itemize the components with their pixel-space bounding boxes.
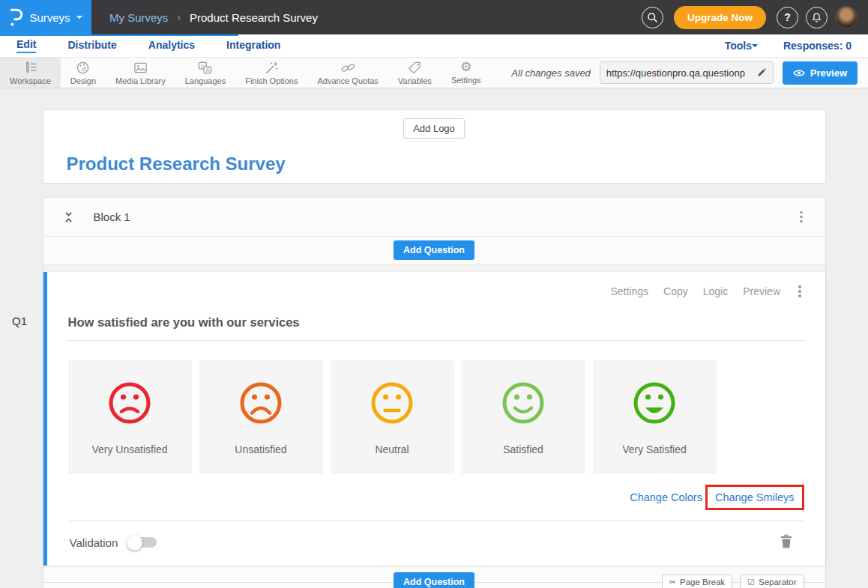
upgrade-now-button[interactable]: Upgrade Now: [674, 6, 766, 29]
survey-title[interactable]: Product Research Survey: [67, 154, 286, 175]
dot: [800, 216, 803, 219]
search-button[interactable]: [642, 7, 663, 28]
question-preview-link[interactable]: Preview: [743, 285, 780, 297]
editor-canvas: Add Logo Product Research Survey Block 1…: [43, 88, 826, 588]
toolbar-label: Media Library: [115, 76, 166, 85]
option-label: Very Unsatisfied: [91, 443, 167, 455]
option-unsatisfied[interactable]: Unsatisfied: [199, 360, 323, 474]
notifications-button[interactable]: [806, 7, 828, 28]
chevron-down-icon: [752, 44, 758, 50]
toolbar-item-settings[interactable]: ⚙ Settings: [441, 58, 491, 88]
option-label: Satisfied: [503, 443, 543, 455]
preview-button[interactable]: Preview: [783, 61, 858, 85]
dot: [798, 290, 801, 293]
editor-toolbar: Workspace Design Media Library x A Langu…: [0, 57, 868, 88]
toolbar-item-media-library[interactable]: Media Library: [106, 58, 175, 88]
dot: [800, 211, 803, 214]
highlight-box: Change Smileys: [705, 485, 804, 510]
palette-icon: [75, 61, 91, 75]
option-neutral[interactable]: Neutral: [331, 360, 454, 474]
change-smileys-link[interactable]: Change Smileys: [715, 491, 795, 503]
change-links-row: Change Colors Change Smileys: [68, 485, 804, 510]
change-colors-link[interactable]: Change Colors: [630, 491, 702, 503]
tab-integration[interactable]: Integration: [226, 39, 280, 52]
validation-toggle[interactable]: [128, 537, 157, 548]
chevron-down-icon: [76, 16, 82, 22]
add-question-button-bottom[interactable]: Add Question: [394, 572, 474, 588]
header-actions: Upgrade Now ?: [642, 6, 868, 29]
dot: [798, 294, 801, 297]
block-header: Block 1: [43, 198, 825, 237]
svg-text:A: A: [206, 66, 210, 73]
block-title[interactable]: Block 1: [94, 210, 130, 223]
block-card: Block 1 Add Question Settings Copy Logic…: [43, 197, 826, 588]
separator-button[interactable]: ☑ Separator: [740, 575, 804, 588]
survey-nav-row: Edit Distribute Analytics Integration To…: [0, 34, 868, 57]
option-very-satisfied[interactable]: Very Satisfied: [593, 360, 717, 474]
toolbar-item-advance-quotas[interactable]: Advance Quotas: [307, 58, 388, 88]
validation-row: Validation: [68, 521, 804, 566]
breadcrumb-current-survey: Product Research Survey: [190, 11, 318, 24]
collapse-icon: [63, 210, 74, 225]
collapse-block-button[interactable]: [63, 210, 74, 225]
trash-icon: [780, 534, 792, 548]
question-text[interactable]: How satisfied are you with our services: [68, 315, 804, 330]
breadcrumb: My Surveys › Product Research Survey: [109, 11, 318, 24]
bell-icon: [811, 12, 822, 23]
responses-count[interactable]: Responses: 0: [783, 40, 852, 52]
question-number-label: Q1: [12, 315, 27, 327]
option-satisfied[interactable]: Satisfied: [462, 360, 585, 474]
question-logic-link[interactable]: Logic: [703, 285, 728, 297]
nav-right: Tools Responses: 0: [725, 40, 852, 52]
progress-line: [0, 34, 238, 36]
toolbar-label: Variables: [398, 76, 432, 85]
dot: [800, 220, 803, 223]
toolbar-item-languages[interactable]: x A Languages: [175, 58, 235, 88]
question-card: Settings Copy Logic Preview How satisfie…: [43, 272, 825, 566]
option-very-unsatisfied[interactable]: Very Unsatisfied: [68, 360, 192, 474]
option-label: Very Satisfied: [622, 443, 687, 455]
page-break-button[interactable]: ✂ Page Break: [662, 575, 732, 588]
smiley-grin-icon: [630, 379, 678, 427]
gear-icon: ⚙: [460, 61, 471, 74]
validation-label: Validation: [70, 536, 118, 549]
survey-header-card: Add Logo Product Research Survey: [43, 109, 826, 184]
user-avatar[interactable]: [835, 6, 858, 28]
toolbar-item-variables[interactable]: Variables: [388, 58, 441, 88]
toolbar-item-design[interactable]: Design: [61, 58, 106, 88]
tools-menu[interactable]: Tools: [725, 40, 758, 52]
toolbar-item-finish-options[interactable]: Finish Options: [235, 58, 307, 88]
tab-edit[interactable]: Edit: [16, 38, 36, 53]
search-icon: [647, 12, 658, 23]
toggle-knob: [127, 535, 142, 551]
help-button[interactable]: ?: [777, 7, 798, 28]
question-copy-link[interactable]: Copy: [663, 285, 688, 297]
breadcrumb-separator: ›: [177, 11, 181, 23]
smiley-options-row: Very Unsatisfied Unsatisfied: [68, 360, 804, 474]
option-label: Neutral: [375, 443, 409, 455]
tab-analytics[interactable]: Analytics: [148, 39, 195, 52]
brand-logo-button[interactable]: Surveys: [0, 0, 91, 34]
top-header: Surveys My Surveys › Product Research Su…: [0, 0, 868, 34]
add-logo-button[interactable]: Add Logo: [403, 118, 465, 139]
toolbar-item-workspace[interactable]: Workspace: [0, 58, 61, 88]
toolbar-label: Languages: [185, 76, 226, 85]
block-options-menu[interactable]: [797, 208, 806, 226]
delete-question-button[interactable]: [780, 534, 792, 551]
survey-url-input[interactable]: [606, 67, 756, 79]
add-question-strip-bottom: Add Question ✂ Page Break ☑ Separator: [43, 566, 825, 588]
tab-distribute[interactable]: Distribute: [67, 39, 116, 52]
image-icon: [133, 61, 148, 75]
question-settings-link[interactable]: Settings: [610, 285, 648, 297]
survey-url-box: [600, 61, 774, 84]
question-options-menu[interactable]: [795, 282, 804, 300]
smiley-neutral-icon: [368, 379, 416, 427]
toolbar-label: Workspace: [10, 76, 51, 85]
add-question-button-top[interactable]: Add Question: [394, 240, 474, 260]
tag-icon: [407, 61, 423, 75]
question-mark-icon: ?: [784, 11, 791, 23]
breadcrumb-my-surveys[interactable]: My Surveys: [109, 11, 168, 24]
toolbar-label: Finish Options: [245, 76, 298, 85]
dot: [798, 285, 801, 288]
edit-pencil-icon[interactable]: [756, 67, 767, 78]
